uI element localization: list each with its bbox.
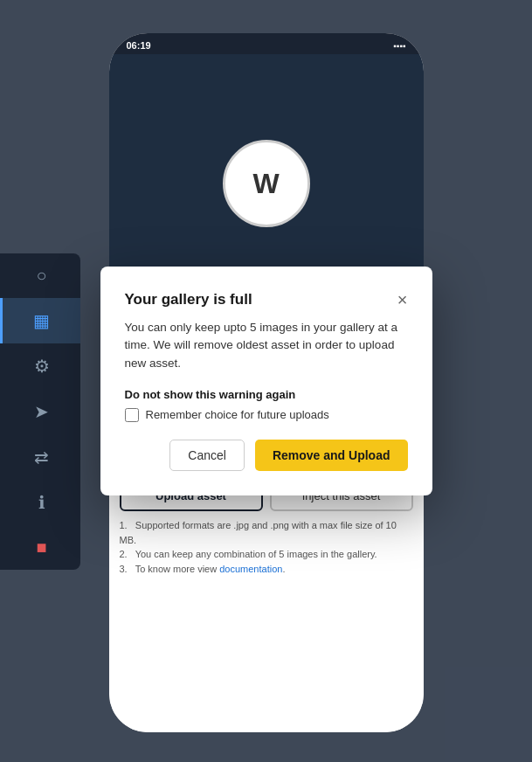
modal-body: You can only keep upto 5 images in your … [125, 319, 408, 372]
remember-choice-label[interactable]: Remember choice for future uploads [146, 408, 329, 421]
warning-label: Do not show this warning again [125, 388, 408, 401]
remove-upload-button[interactable]: Remove and Upload [255, 440, 408, 471]
cancel-button[interactable]: Cancel [169, 440, 245, 471]
modal-close-button[interactable]: × [397, 291, 408, 308]
modal-title: Your gallery is full [125, 291, 252, 308]
warning-section: Do not show this warning again Remember … [125, 388, 408, 422]
modal-header: Your gallery is full × [125, 291, 408, 308]
modal-actions: Cancel Remove and Upload [125, 440, 408, 471]
checkbox-row: Remember choice for future uploads [125, 408, 408, 422]
gallery-full-modal: Your gallery is full × You can only keep… [100, 267, 432, 495]
remember-choice-checkbox[interactable] [125, 408, 139, 422]
modal-backdrop: Your gallery is full × You can only keep… [0, 0, 532, 762]
